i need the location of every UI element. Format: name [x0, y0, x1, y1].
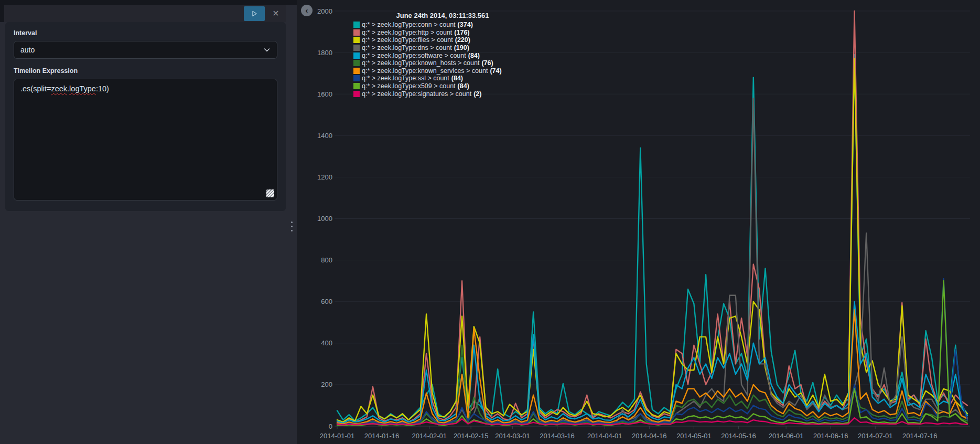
x-axis-tick-label: 2014-03-16: [540, 432, 575, 440]
interval-selected-value: auto: [20, 46, 35, 54]
legend-series-value: (74): [490, 67, 501, 75]
legend-item[interactable]: q:* > zeek.logType:signatures > count(2): [353, 90, 532, 98]
timelion-editor-app: ✕ Interval auto Timelion Expression .es(…: [0, 0, 980, 444]
legend-series-label: q:* > zeek.logType:known_services > coun…: [362, 67, 488, 75]
expression-editor-pane: ✕ Interval auto Timelion Expression .es(…: [0, 0, 297, 444]
legend-series-value: (176): [454, 29, 469, 36]
textarea-resize-grip[interactable]: [266, 189, 274, 197]
run-expression-button[interactable]: [244, 6, 265, 21]
legend-item[interactable]: q:* > zeek.logType:conn > count(374): [353, 21, 532, 29]
legend-series-label: q:* > zeek.logType:x509 > count: [362, 82, 456, 90]
legend-swatch-icon: [353, 52, 360, 59]
y-axis-tick-label: 2000: [317, 7, 332, 15]
legend-series-value: (84): [468, 52, 480, 59]
expression-label: Timelion Expression: [14, 67, 277, 75]
x-axis-tick-label: 2014-02-01: [412, 432, 447, 440]
y-axis-tick-label: 1600: [317, 90, 332, 98]
legend-series-label: q:* > zeek.logType:software > count: [362, 52, 466, 59]
legend-series-label: q:* > zeek.logType:conn > count: [362, 21, 456, 28]
interval-select[interactable]: auto: [14, 41, 277, 59]
legend-item[interactable]: q:* > zeek.logType:files > count(220): [353, 36, 532, 44]
legend-item[interactable]: q:* > zeek.logType:http > count(176): [353, 29, 532, 37]
series-line: [337, 59, 967, 422]
legend-series-label: q:* > zeek.logType:http > count: [362, 29, 452, 36]
x-axis-tick-label: 2014-06-16: [813, 432, 848, 440]
legend-swatch-icon: [353, 29, 360, 36]
x-axis-tick-label: 2014-07-01: [858, 432, 893, 440]
series-line: [337, 98, 967, 425]
legend-series-value: (220): [455, 36, 470, 44]
legend-series-label: q:* > zeek.logType:files > count: [362, 36, 453, 44]
legend-series-label: q:* > zeek.logType:signatures > count: [362, 90, 471, 98]
legend-swatch-icon: [353, 60, 360, 66]
y-axis-tick-label: 0: [329, 422, 332, 430]
legend-swatch-icon: [353, 83, 360, 89]
legend-item[interactable]: q:* > zeek.logType:known_hosts > count(7…: [353, 59, 532, 67]
x-axis-tick-label: 2014-02-15: [454, 432, 489, 440]
interval-label: Interval: [14, 29, 277, 37]
legend-item[interactable]: q:* > zeek.logType:x509 > count(84): [353, 82, 532, 90]
legend-series-label: q:* > zeek.logType:dns > count: [362, 44, 452, 51]
pane-top-edge: [0, 0, 297, 5]
x-axis-tick-label: 2014-07-16: [902, 432, 938, 440]
legend-swatch-icon: [353, 75, 360, 81]
chevron-down-icon: [263, 46, 271, 56]
legend-series-value: (76): [481, 59, 493, 67]
y-axis-tick-label: 200: [321, 380, 332, 388]
legend-series-value: (374): [458, 21, 473, 28]
legend-swatch-icon: [353, 45, 360, 51]
legend-swatch-icon: [353, 22, 360, 28]
y-axis-tick-label: 1400: [317, 132, 332, 140]
x-axis-tick-label: 2014-04-16: [632, 432, 667, 440]
x-axis-tick-label: 2014-01-16: [364, 432, 400, 440]
x-axis-tick-label: 2014-03-01: [495, 432, 530, 440]
chart-legend: June 24th 2014, 03:11:33.561 q:* > zeek.…: [353, 12, 532, 98]
expression-text: .es(split=zeek.logType:10): [20, 84, 109, 93]
legend-series-label: q:* > zeek.logType:known_hosts > count: [362, 59, 479, 67]
legend-item[interactable]: q:* > zeek.logType:known_services > coun…: [353, 67, 532, 75]
play-icon: [251, 10, 258, 17]
close-editor-button[interactable]: ✕: [267, 6, 285, 21]
y-axis-tick-label: 1800: [317, 49, 332, 57]
legend-series-value: (84): [458, 82, 469, 90]
expression-form: Interval auto Timelion Expression .es(sp…: [5, 22, 286, 211]
legend-items: q:* > zeek.logType:conn > count(374)q:* …: [353, 21, 532, 98]
x-axis-tick-label: 2014-05-01: [676, 432, 712, 440]
legend-item[interactable]: q:* > zeek.logType:ssl > count(84): [353, 75, 532, 82]
chart-pane: ‹ 02004006008001000120014001600180020002…: [297, 0, 980, 444]
y-axis-tick-label: 600: [321, 298, 332, 305]
legend-item[interactable]: q:* > zeek.logType:software > count(84): [353, 51, 532, 59]
legend-series-value: (84): [451, 75, 463, 82]
close-icon: ✕: [272, 9, 279, 18]
pane-left-edge: [0, 0, 4, 22]
y-axis-tick-label: 800: [321, 256, 332, 264]
series-line: [337, 55, 967, 421]
editor-header: ✕: [4, 5, 286, 22]
legend-swatch-icon: [353, 68, 360, 74]
x-axis-tick-label: 2014-06-01: [769, 432, 804, 440]
legend-item[interactable]: q:* > zeek.logType:dns > count(190): [353, 44, 532, 52]
x-axis-tick-label: 2014-01-01: [320, 432, 355, 440]
pane-divider-handle[interactable]: [288, 219, 295, 233]
y-axis-tick-label: 1200: [317, 173, 332, 181]
x-axis-tick-label: 2014-04-01: [587, 432, 622, 440]
legend-series-value: (2): [473, 90, 481, 98]
x-axis-tick-label: 2014-05-16: [721, 432, 756, 440]
y-axis-tick-label: 1000: [317, 215, 332, 223]
y-axis-tick-label: 400: [321, 339, 332, 347]
legend-swatch-icon: [353, 37, 360, 43]
legend-series-label: q:* > zeek.logType:ssl > count: [362, 75, 449, 82]
expression-input[interactable]: .es(split=zeek.logType:10): [14, 79, 277, 200]
legend-swatch-icon: [353, 91, 360, 97]
legend-series-value: (190): [454, 44, 469, 51]
